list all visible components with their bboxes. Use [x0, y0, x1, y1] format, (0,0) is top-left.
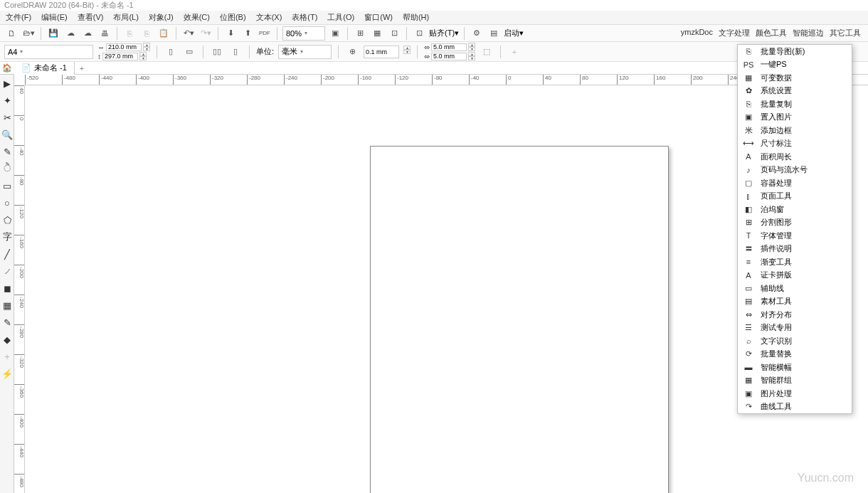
print-button[interactable]: 🖶	[97, 26, 112, 41]
menu-file[interactable]: 文件(F)	[6, 12, 31, 23]
transparency-tool[interactable]: ▦	[0, 297, 14, 314]
export-button[interactable]: ⬆	[240, 26, 255, 41]
plugin-tab-color[interactable]: 颜色工具	[756, 28, 787, 38]
plugin-menu-item[interactable]: ⫿页面工具	[738, 190, 852, 203]
plugin-tab-smart[interactable]: 智能巡边	[793, 28, 824, 38]
zoom-dropdown[interactable]: 80%	[282, 26, 325, 41]
ruler-button[interactable]: ⊞	[353, 26, 367, 41]
plugin-menu-item[interactable]: ▢容器处理	[738, 176, 852, 190]
eyedropper-tool[interactable]: ✎	[0, 314, 14, 331]
plugin-menu-item[interactable]: ⇔对齐分布	[738, 308, 852, 322]
layout-button[interactable]: ▤	[487, 26, 501, 41]
crop-button[interactable]: ⬚	[480, 45, 494, 59]
shape-tool[interactable]: ✦	[0, 92, 14, 109]
plugin-menu-item[interactable]: ⎘批量复制	[738, 97, 852, 111]
pdf-button[interactable]: PDF	[258, 26, 272, 41]
save-button[interactable]: 💾	[46, 26, 60, 41]
plugin-menu-item[interactable]: ▤素材工具	[738, 295, 852, 309]
menu-bitmap[interactable]: 位图(B)	[220, 12, 246, 23]
clipboard-button[interactable]: 📋	[157, 26, 171, 41]
plugin-menu-item[interactable]: ▣置入图片	[738, 111, 852, 124]
plugin-menu-item[interactable]: ⌕文字识别	[738, 334, 852, 348]
paste-button[interactable]: ⎘	[139, 26, 154, 41]
copy-button[interactable]: ⎘	[122, 26, 137, 41]
connector-tool[interactable]: ⟋	[0, 263, 14, 280]
dup-x-input[interactable]	[431, 43, 467, 51]
zoom-tool[interactable]: 🔍	[0, 126, 14, 143]
tab-home-icon[interactable]: 🏠	[0, 63, 14, 73]
pick-tool[interactable]: ▶	[0, 75, 14, 92]
plugin-menu-item[interactable]: PS一键PS	[738, 58, 852, 72]
quick-tool[interactable]: ⚡	[0, 365, 14, 382]
artistic-tool[interactable]: ੈ	[0, 160, 14, 177]
page-size-dropdown[interactable]: A4	[4, 45, 93, 59]
plugin-menu-item[interactable]: ⊞分割图形	[738, 216, 852, 230]
plugin-menu-item[interactable]: ▭辅助线	[738, 282, 852, 295]
menu-text[interactable]: 文本(X)	[256, 12, 282, 23]
plugin-menu-item[interactable]: 米添加边框	[738, 124, 852, 137]
plugin-menu-item[interactable]: ◧泊坞窗	[738, 203, 852, 216]
menu-table[interactable]: 表格(T)	[292, 12, 317, 23]
current-page-button[interactable]: ▯	[228, 45, 243, 59]
launch-dropdown[interactable]: 启动 ▾	[504, 28, 524, 38]
page-area[interactable]	[370, 146, 669, 493]
menu-object[interactable]: 对象(J)	[149, 12, 174, 23]
import-button[interactable]: ⬇	[223, 26, 238, 41]
plugin-menu-item[interactable]: ⟳批量替换	[738, 348, 852, 361]
menu-edit[interactable]: 编辑(E)	[41, 12, 68, 23]
plugin-menu-item[interactable]: ▦智能群组	[738, 374, 852, 388]
add-button[interactable]: +	[507, 45, 522, 59]
grid-button[interactable]: ▦	[370, 26, 384, 41]
menu-view[interactable]: 查看(V)	[78, 12, 104, 23]
plugin-menu-item[interactable]: A证卡拼版	[738, 269, 852, 282]
fullscreen-button[interactable]: ▣	[328, 26, 342, 41]
plugin-menu-item[interactable]: A面积周长	[738, 150, 852, 164]
document-tab[interactable]: 📄 未命名 -1	[14, 62, 75, 75]
plugin-menu-item[interactable]: ⟷尺寸标注	[738, 137, 852, 151]
dropshadow-tool[interactable]: ◼	[0, 280, 14, 297]
menu-tools[interactable]: 工具(O)	[327, 12, 354, 23]
plugin-tab-ymzk[interactable]: ymzkDoc	[681, 28, 713, 38]
undo-button[interactable]: ↶▾	[181, 26, 196, 41]
plugin-tab-text[interactable]: 文字处理	[719, 28, 750, 38]
parallel-tool[interactable]: ╱	[0, 245, 14, 263]
vertical-ruler[interactable]: 400-40-80-120-160-200-240-280-320-360-40…	[14, 85, 25, 493]
portrait-button[interactable]: ▯	[164, 45, 178, 59]
guides-button[interactable]: ⊡	[387, 26, 401, 41]
units-dropdown[interactable]: 毫米	[278, 45, 332, 59]
plugin-menu-item[interactable]: ▦可变数据	[738, 71, 852, 85]
all-pages-button[interactable]: ▯▯	[210, 45, 224, 59]
freehand-tool[interactable]: ✎	[0, 143, 14, 160]
cloud-down-icon[interactable]: ☁	[63, 26, 78, 41]
plugin-tab-other[interactable]: 其它工具	[830, 28, 861, 38]
nudge-input[interactable]	[364, 46, 399, 58]
dup-y-input[interactable]	[431, 53, 467, 60]
plugin-menu-item[interactable]: ≡渐变工具	[738, 255, 852, 269]
snap-dropdown[interactable]: 贴齐(T) ▾	[429, 28, 459, 38]
menu-effect[interactable]: 效果(C)	[184, 12, 210, 23]
plugin-menu-item[interactable]: ⎘批量导图(新)	[738, 45, 852, 58]
menu-window[interactable]: 窗口(W)	[364, 12, 393, 23]
plugin-menu-item[interactable]: 〓插件说明	[738, 243, 852, 256]
plugin-menu-item[interactable]: ▣图片处理	[738, 387, 852, 401]
width-input[interactable]	[106, 43, 142, 51]
plugin-menu-item[interactable]: ♪页码与流水号	[738, 164, 852, 177]
plugin-menu-item[interactable]: T字体管理	[738, 229, 852, 243]
open-button[interactable]: 🗁▾	[21, 26, 36, 41]
plugin-menu-item[interactable]: ☰测试专用	[738, 322, 852, 335]
plus-tool[interactable]: +	[0, 348, 14, 365]
snap-icon[interactable]: ⊡	[412, 26, 426, 41]
crop-tool[interactable]: ✂	[0, 109, 14, 126]
text-tool[interactable]: 字	[0, 228, 14, 245]
plugin-menu-item[interactable]: ✿系统设置	[738, 85, 852, 98]
menu-layout[interactable]: 布局(L)	[113, 12, 138, 23]
cloud-up-icon[interactable]: ☁	[80, 26, 95, 41]
menu-help[interactable]: 帮助(H)	[403, 12, 429, 23]
new-doc-button[interactable]: 🗋	[4, 26, 18, 41]
landscape-button[interactable]: ▭	[182, 45, 196, 59]
polygon-tool[interactable]: ⬠	[0, 211, 14, 228]
rectangle-tool[interactable]: ▭	[0, 177, 14, 194]
plugin-menu-item[interactable]: ↷曲线工具	[738, 401, 852, 414]
plugin-menu-item[interactable]: ▬智能横幅	[738, 361, 852, 374]
options-button[interactable]: ⚙	[470, 26, 484, 41]
